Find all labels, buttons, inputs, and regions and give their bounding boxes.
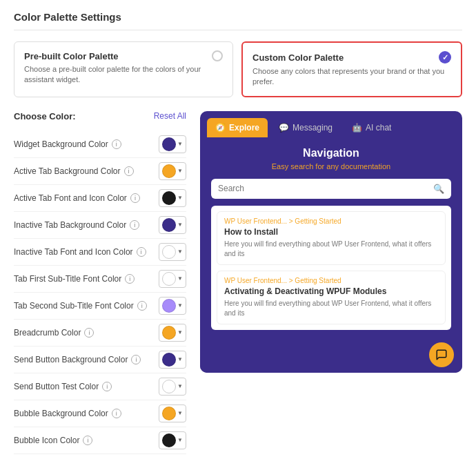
reset-all-button[interactable]: Reset All (154, 111, 186, 121)
active-tab-bg-info-icon[interactable]: i (124, 166, 134, 176)
inactive-tab-bg-info-icon[interactable]: i (130, 220, 139, 230)
widget-card-1-title: How to Install (224, 227, 438, 237)
active-tab-bg-color-dot (162, 164, 176, 178)
widget-bg-info-icon[interactable]: i (112, 139, 121, 149)
prebuilt-palette-card[interactable]: Pre-built Color Palette Choose a pre-bui… (14, 41, 233, 97)
widget-tab-explore-label: Explore (229, 123, 259, 133)
color-row-tab-first-subtitle: Tab First Sub-Title Font Color i ▼ (14, 266, 186, 293)
inactive-tab-bg-swatch[interactable]: ▼ (159, 216, 186, 234)
right-panel: 🧭 Explore 💬 Messaging 🤖 AI chat Navigati… (200, 111, 462, 454)
messaging-icon: 💬 (279, 123, 289, 133)
bubble-button[interactable] (429, 342, 454, 367)
widget-search-input[interactable] (218, 184, 433, 193)
widget-bg-color-dot (162, 137, 176, 151)
inactive-tab-bg-color-dot (162, 218, 176, 232)
inactive-tab-font-chevron: ▼ (177, 248, 183, 255)
inactive-tab-font-color-dot (162, 245, 176, 259)
active-tab-bg-chevron: ▼ (177, 168, 183, 174)
bubble-bg-chevron: ▼ (177, 410, 183, 416)
tab-first-subtitle-color-dot (162, 272, 176, 286)
breadcrumb-color-dot (162, 326, 176, 340)
color-row-active-tab-bg: Active Tab Background Color i ▼ (14, 158, 186, 185)
widget-tab-aichat[interactable]: 🤖 AI chat (344, 118, 399, 137)
bubble-icon-chevron: ▼ (177, 437, 183, 443)
send-btn-text-info-icon[interactable]: i (102, 382, 112, 391)
color-row-tab-second-subtitle: Tab Second Sub-Title Font Color i ▼ (14, 293, 186, 320)
breadcrumb-swatch[interactable]: ▼ (159, 324, 186, 342)
tab-second-subtitle-color-dot (162, 299, 176, 313)
inactive-tab-font-info-icon[interactable]: i (137, 247, 146, 257)
send-btn-bg-color-dot (162, 353, 176, 367)
widget-nav-subtitle: Easy search for any documentation (211, 162, 451, 170)
bubble-bg-swatch[interactable]: ▼ (159, 404, 186, 422)
widget-tab-messaging[interactable]: 💬 Messaging (270, 118, 341, 137)
widget-body: Navigation Easy search for any documenta… (200, 137, 462, 337)
tab-first-subtitle-swatch[interactable]: ▼ (159, 270, 186, 288)
send-btn-text-color-dot (162, 380, 176, 393)
widget-bg-chevron: ▼ (177, 141, 183, 147)
inactive-tab-font-swatch[interactable]: ▼ (159, 243, 186, 261)
page-container: Color Palette Settings Pre-built Color P… (0, 0, 476, 465)
breadcrumb-info-icon[interactable]: i (84, 328, 94, 338)
tab-second-subtitle-info-icon[interactable]: i (137, 301, 147, 311)
left-panel: Choose Color: Reset All Widget Backgroun… (14, 111, 186, 454)
widget-card-2[interactable]: WP User Frontend... > Getting Started Ac… (217, 271, 446, 324)
color-row-inactive-tab-font: Inactive Tab Font and Icon Color i ▼ (14, 239, 186, 266)
color-row-breadcrumb: Breadcrumb Color i ▼ (14, 320, 186, 347)
widget-nav-title: Navigation (211, 147, 451, 159)
widget-tab-explore[interactable]: 🧭 Explore (207, 118, 268, 137)
send-btn-text-swatch[interactable]: ▼ (159, 378, 186, 396)
widget-footer (200, 337, 462, 373)
palette-options: Pre-built Color Palette Choose a pre-bui… (14, 41, 462, 97)
custom-palette-title: Custom Color Palette ✓ (252, 51, 451, 64)
prebuilt-radio[interactable] (212, 50, 223, 61)
explore-icon: 🧭 (215, 123, 226, 133)
custom-palette-desc: Choose any colors that represents your b… (252, 66, 451, 88)
color-row-inactive-tab-bg: Inactive Tab Background Color i ▼ (14, 212, 186, 239)
choose-color-header: Choose Color: Reset All (14, 111, 186, 121)
widget-search-bar: 🔍 (211, 179, 451, 199)
prebuilt-palette-desc: Choose a pre-built color palette for the… (24, 64, 223, 86)
bubble-chat-icon (435, 349, 448, 361)
active-tab-font-info-icon[interactable]: i (130, 193, 140, 203)
content-area: Choose Color: Reset All Widget Backgroun… (14, 111, 462, 454)
bubble-icon-swatch[interactable]: ▼ (159, 431, 186, 449)
active-tab-bg-swatch[interactable]: ▼ (159, 162, 186, 180)
custom-palette-card[interactable]: Custom Color Palette ✓ Choose any colors… (241, 41, 462, 97)
bubble-icon-color-dot (162, 433, 176, 447)
custom-check-icon: ✓ (439, 51, 451, 64)
widget-card-1-breadcrumb: WP User Frontend... > Getting Started (224, 217, 438, 225)
color-row-bubble-icon: Bubble Icon Color i ▼ (14, 427, 186, 454)
color-row-bubble-bg: Bubble Background Color i ▼ (14, 400, 186, 427)
widget-cards-area: WP User Frontend... > Getting Started Ho… (211, 206, 451, 330)
color-rows-list: Widget Background Color i ▼ Active Tab B… (14, 131, 186, 454)
tab-second-subtitle-swatch[interactable]: ▼ (159, 297, 186, 315)
prebuilt-palette-title: Pre-built Color Palette (24, 50, 223, 61)
active-tab-font-color-dot (162, 191, 176, 205)
send-btn-bg-swatch[interactable]: ▼ (159, 351, 186, 369)
widget-card-2-title: Activating & Deactivating WPUF Modules (224, 286, 438, 296)
color-row-send-btn-text: Send Button Test Color i ▼ (14, 373, 186, 400)
widget-tabs: 🧭 Explore 💬 Messaging 🤖 AI chat (200, 111, 462, 137)
tab-first-subtitle-info-icon[interactable]: i (125, 274, 135, 284)
send-btn-bg-info-icon[interactable]: i (131, 355, 141, 364)
send-btn-bg-chevron: ▼ (177, 356, 183, 362)
preview-widget: 🧭 Explore 💬 Messaging 🤖 AI chat Navigati… (200, 111, 462, 373)
inactive-tab-bg-chevron: ▼ (177, 222, 183, 228)
widget-card-2-breadcrumb: WP User Frontend... > Getting Started (224, 277, 438, 284)
color-row-active-tab-font: Active Tab Font and Icon Color i ▼ (14, 185, 186, 212)
widget-card-1-desc: Here you will find everything about WP U… (224, 240, 438, 259)
widget-card-2-desc: Here you will find everything about WP U… (224, 299, 438, 318)
widget-card-1[interactable]: WP User Frontend... > Getting Started Ho… (217, 211, 446, 265)
active-tab-font-swatch[interactable]: ▼ (159, 189, 186, 207)
tab-second-subtitle-chevron: ▼ (177, 302, 183, 309)
widget-tab-aichat-label: AI chat (366, 123, 391, 133)
active-tab-font-chevron: ▼ (177, 195, 183, 201)
widget-bg-swatch[interactable]: ▼ (159, 135, 186, 153)
breadcrumb-chevron: ▼ (177, 329, 183, 335)
aichat-icon: 🤖 (352, 123, 362, 133)
bubble-bg-info-icon[interactable]: i (112, 409, 121, 418)
tab-first-subtitle-chevron: ▼ (177, 275, 183, 282)
widget-tab-messaging-label: Messaging (292, 123, 333, 133)
bubble-icon-info-icon[interactable]: i (83, 436, 92, 445)
